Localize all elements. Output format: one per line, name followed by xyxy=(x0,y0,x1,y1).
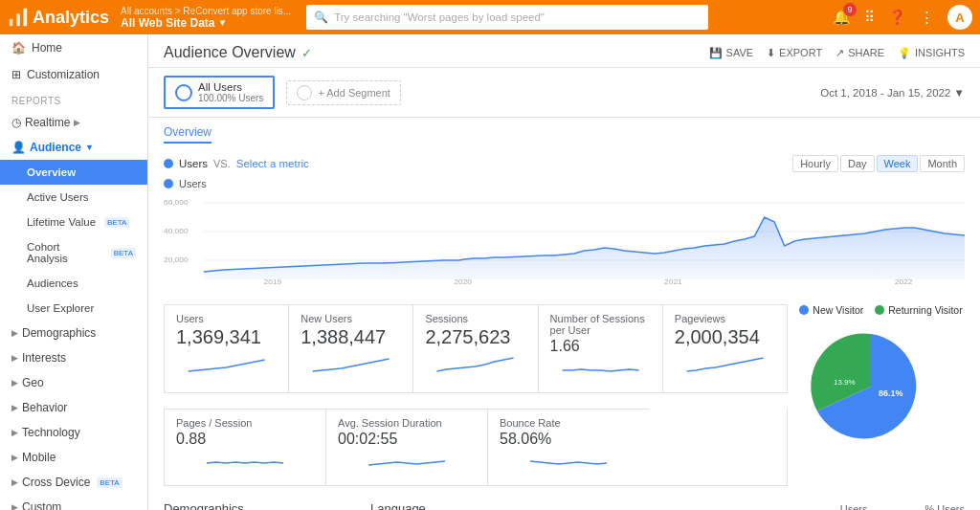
chevron-right-tech-icon: ▶ xyxy=(11,428,18,437)
chart-section: Users VS. Select a metric Hourly Day Wee… xyxy=(148,147,980,297)
segment-circle-icon xyxy=(175,84,192,101)
search-bar[interactable]: 🔍 Try searching "Worst pages by load spe… xyxy=(306,5,708,30)
language-table-header: Language Users % Users xyxy=(370,501,965,510)
beta-badge-lifetime: BETA xyxy=(104,217,129,228)
pie-chart-section: New Visitor Returning Visitor xyxy=(797,304,965,447)
account-avatar[interactable]: A xyxy=(947,5,972,30)
sidebar-item-active-users[interactable]: Active Users xyxy=(0,185,147,210)
help-icon[interactable]: ❓ xyxy=(888,9,906,26)
save-icon: 💾 xyxy=(709,47,723,59)
svg-text:86.1%: 86.1% xyxy=(879,388,903,398)
chevron-right-icon: ▶ xyxy=(74,118,80,127)
sidebar-customization-label: Customization xyxy=(27,68,100,81)
metric-pages-session: Pages / Session 0.88 xyxy=(164,409,325,486)
share-icon: ↗ xyxy=(835,47,844,59)
pct-users-col-header: % Users xyxy=(924,503,965,511)
sidebar-group-mobile[interactable]: ▶ Mobile xyxy=(0,445,147,470)
clock-icon: ◷ xyxy=(11,116,21,129)
sidebar-group-custom[interactable]: ▶ Custom xyxy=(0,495,147,510)
metric-select-label[interactable]: Users xyxy=(179,158,208,169)
apps-icon[interactable]: ⠿ xyxy=(864,9,875,26)
sidebar-group-interests[interactable]: ▶ Interests xyxy=(0,345,147,370)
more-vert-icon[interactable]: ⋮ xyxy=(920,9,934,26)
metric-sessions-per-user: Number of Sessions per User 1.66 xyxy=(538,304,662,393)
demographics-title: Demographics xyxy=(164,501,355,510)
sidebar-group-technology[interactable]: ▶ Technology xyxy=(0,420,147,445)
metric-dot-icon xyxy=(164,159,173,168)
legend-new-visitor: New Visitor xyxy=(799,304,863,316)
add-segment-button[interactable]: + Add Segment xyxy=(286,80,401,105)
returning-visitor-legend-dot xyxy=(875,305,884,315)
chart-controls: Users VS. Select a metric Hourly Day Wee… xyxy=(164,155,965,172)
pie-svg: 86.1% 13.9% xyxy=(797,320,946,444)
chevron-right-geo-icon: ▶ xyxy=(11,378,18,388)
chevron-right-mobile-icon: ▶ xyxy=(11,453,18,462)
svg-text:13.9%: 13.9% xyxy=(834,378,856,387)
select-metric-link[interactable]: Select a metric xyxy=(236,158,309,169)
time-btn-day[interactable]: Day xyxy=(840,155,875,172)
all-users-segment[interactable]: All Users 100.00% Users xyxy=(164,76,275,109)
sidebar-item-overview[interactable]: Overview xyxy=(0,160,147,185)
content-actions: 💾 SAVE ⬇ EXPORT ↗ SHARE 💡 INSIGHTS xyxy=(709,47,965,59)
sidebar-home-label: Home xyxy=(32,41,62,55)
search-icon: 🔍 xyxy=(314,11,328,24)
chart-legend: Users xyxy=(164,178,965,189)
svg-rect-0 xyxy=(10,19,13,26)
sidebar-group-behavior[interactable]: ▶ Behavior xyxy=(0,395,147,420)
save-button[interactable]: 💾 SAVE xyxy=(709,47,754,59)
pie-legend: New Visitor Returning Visitor xyxy=(797,304,965,316)
sidebar-group-demographics[interactable]: ▶ Demographics xyxy=(0,321,147,345)
sidebar-item-user-explorer[interactable]: User Explorer xyxy=(0,296,147,321)
time-btn-hourly[interactable]: Hourly xyxy=(792,155,838,172)
date-range-selector[interactable]: Oct 1, 2018 - Jan 15, 2022 ▼ xyxy=(820,87,965,99)
export-button[interactable]: ⬇ EXPORT xyxy=(767,47,822,59)
home-icon: 🏠 xyxy=(11,41,26,55)
export-icon: ⬇ xyxy=(767,47,775,59)
sidebar-group-realtime[interactable]: ◷ Realtime ▶ xyxy=(0,110,147,135)
chart-metric-selector: Users VS. Select a metric xyxy=(164,158,309,169)
share-button[interactable]: ↗ SHARE xyxy=(835,47,884,59)
chevron-right-crossdevice-icon: ▶ xyxy=(11,477,18,487)
page-title: Audience Overview ✓ xyxy=(164,44,312,61)
sidebar-item-customization[interactable]: ⊞ Customization xyxy=(0,61,147,88)
new-visitor-legend-dot xyxy=(799,305,809,315)
insights-icon: 💡 xyxy=(898,47,911,59)
sidebar-item-audiences[interactable]: Audiences xyxy=(0,271,147,296)
sidebar-group-cross-device[interactable]: ▶ Cross Device BETA xyxy=(0,470,147,495)
sidebar-group-audience[interactable]: 👤 Audience ▼ xyxy=(0,135,147,160)
customization-icon: ⊞ xyxy=(11,68,21,81)
bottom-section: Demographics Language ▶ Country City Sys… xyxy=(148,494,980,510)
chevron-right-demo-icon: ▶ xyxy=(11,328,18,338)
svg-rect-1 xyxy=(16,13,20,26)
insights-button[interactable]: 💡 INSIGHTS xyxy=(898,47,965,59)
sidebar-item-cohort-analysis[interactable]: Cohort Analysis BETA xyxy=(0,234,147,271)
sidebar: 🏠 Home ⊞ Customization REPORTS ◷ Realtim… xyxy=(0,34,148,510)
sidebar-cross-device-label: Cross Device xyxy=(22,476,90,489)
reports-section-label: REPORTS xyxy=(0,88,147,110)
metric-pageviews: Pageviews 2,000,354 xyxy=(662,304,788,393)
time-btn-month[interactable]: Month xyxy=(920,155,965,172)
svg-text:40,000: 40,000 xyxy=(164,227,189,235)
svg-text:20,000: 20,000 xyxy=(164,255,189,264)
dropdown-arrow-icon: ▼ xyxy=(218,17,228,28)
time-btn-week[interactable]: Week xyxy=(877,155,919,172)
chevron-right-interests-icon: ▶ xyxy=(11,353,18,363)
add-segment-circle-icon xyxy=(297,85,312,100)
search-placeholder: Try searching "Worst pages by load speed… xyxy=(334,11,545,23)
sidebar-group-geo[interactable]: ▶ Geo xyxy=(0,370,147,395)
audience-icon: 👤 xyxy=(11,141,26,154)
legend-users-label: Users xyxy=(179,178,207,189)
language-table: Language Users % Users 1. en-us 580,422 … xyxy=(370,501,965,510)
metric-sessions: Sessions 2,275,623 xyxy=(412,304,537,393)
logo: Analytics xyxy=(8,7,109,28)
demographics-panel: Demographics Language ▶ Country City Sys… xyxy=(164,501,355,510)
sidebar-item-home[interactable]: 🏠 Home xyxy=(0,34,147,61)
sidebar-item-lifetime-value[interactable]: Lifetime Value BETA xyxy=(0,210,147,234)
tab-overview[interactable]: Overview xyxy=(164,125,212,144)
view-selector[interactable]: All Web Site Data ▼ xyxy=(121,16,291,30)
verified-check-icon: ✓ xyxy=(301,46,312,60)
topbar-icons: 🔔 9 ⠿ ❓ ⋮ A xyxy=(833,5,972,30)
notification-icon[interactable]: 🔔 9 xyxy=(833,9,851,26)
svg-text:60,000: 60,000 xyxy=(164,198,189,207)
metric-new-users: New Users 1,388,447 xyxy=(288,304,412,393)
